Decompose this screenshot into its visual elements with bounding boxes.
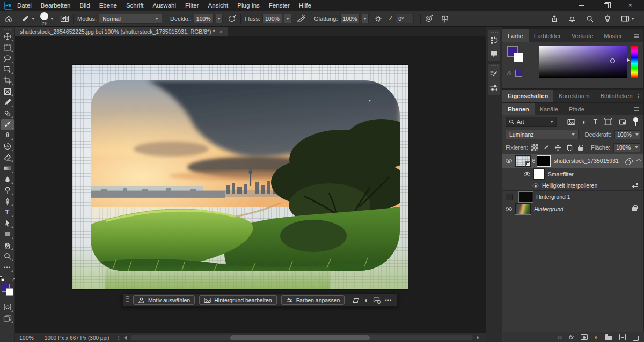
comments-panel-icon[interactable] — [490, 50, 499, 58]
document-close-icon[interactable]: × — [219, 28, 223, 35]
taskbar-more-icon[interactable]: ••• — [385, 298, 392, 303]
tool-blur[interactable] — [1, 174, 14, 185]
tool-pen[interactable] — [1, 196, 14, 207]
status-expand-icon[interactable]: 〉 — [118, 335, 120, 341]
search-icon[interactable] — [586, 14, 594, 23]
pressure-opacity-icon[interactable] — [228, 14, 237, 23]
layer-opacity-value[interactable]: 100% — [614, 130, 634, 139]
tool-lasso[interactable] — [1, 53, 14, 64]
visibility-eye-icon[interactable] — [533, 183, 539, 187]
fill-caret[interactable] — [633, 143, 640, 152]
horizontal-scrollbar[interactable] — [123, 333, 481, 342]
collapse-filters-chevron-icon[interactable] — [636, 159, 641, 163]
dock-grip[interactable] — [491, 32, 498, 33]
glaettung-caret[interactable] — [362, 14, 369, 23]
layer-row-hintergrund[interactable]: Hintergrund — [502, 203, 643, 215]
quick-mask-icon[interactable] — [1, 302, 14, 313]
menu-bild[interactable]: Bild — [79, 2, 90, 9]
tab-muster[interactable]: Muster — [598, 29, 627, 42]
tool-brush[interactable] — [1, 119, 14, 130]
smart-filter-mask-thumbnail[interactable] — [533, 168, 545, 180]
tool-move[interactable] — [1, 31, 14, 42]
blend-mode-select[interactable]: Luminanz — [506, 130, 579, 139]
share-icon[interactable] — [550, 14, 559, 23]
deckkraft-caret[interactable] — [216, 14, 223, 23]
mask-link-icon[interactable] — [532, 159, 535, 163]
color-field-cursor[interactable] — [610, 58, 615, 63]
gamut-warning-swatch[interactable] — [515, 70, 522, 77]
layer-name[interactable]: Hintergrund — [534, 206, 564, 212]
tool-zoom[interactable] — [1, 251, 14, 262]
minimize-icon[interactable] — [579, 5, 584, 6]
smartfilter-label[interactable]: Smartfilter — [548, 171, 574, 177]
menu-ansicht[interactable]: Ansicht — [208, 2, 229, 9]
filter-toggle-switch[interactable] — [633, 117, 638, 126]
airbrush-icon[interactable] — [296, 14, 306, 23]
layer-row-hintergrund-1[interactable]: Hintergrund 1 — [502, 190, 643, 203]
menu-auswahl[interactable]: Auswahl — [153, 2, 176, 9]
add-image-icon[interactable] — [373, 296, 381, 304]
new-layer-icon[interactable] — [619, 334, 626, 340]
tab-farbfelder[interactable]: Farbfelder — [529, 29, 566, 42]
symmetry-butterfly-icon[interactable] — [440, 14, 450, 23]
modus-select[interactable]: Normal — [99, 14, 162, 24]
toggle-brush-settings-panel-icon[interactable] — [60, 14, 69, 23]
tool-eyedropper[interactable] — [1, 97, 14, 108]
smart-object-thumbnail[interactable] — [515, 155, 531, 167]
properties-panel-menu-icon[interactable] — [638, 94, 639, 98]
menu-bearbeiten[interactable]: Bearbeiten — [41, 2, 71, 9]
menu-fenster[interactable]: Fenster — [269, 2, 290, 9]
filter-type-layers-icon[interactable]: T — [594, 118, 597, 125]
tab-kanaele[interactable]: Kanäle — [535, 103, 564, 115]
menu-datei[interactable]: Datei — [17, 2, 32, 9]
tab-eigenschaften[interactable]: Eigenschaften — [502, 90, 553, 102]
tool-gradient[interactable] — [1, 163, 14, 174]
layer-mask-thumbnail[interactable] — [537, 155, 551, 167]
tool-hand[interactable] — [1, 240, 14, 251]
close-window-icon[interactable]: × — [628, 3, 632, 8]
smart-filter-toggle-icon[interactable] — [627, 158, 633, 164]
lock-artboard-icon[interactable] — [566, 144, 573, 151]
visibility-eye-icon[interactable] — [506, 159, 512, 163]
filter-adjustment-layers-icon[interactable]: ◐ — [582, 118, 587, 126]
layer-row-filter-entry[interactable]: Helligkeit interpolieren — [502, 180, 643, 190]
tool-rectangular-marquee[interactable] — [1, 42, 14, 54]
background-thumbnail[interactable] — [515, 203, 531, 214]
menu-schrift[interactable]: Schrift — [126, 2, 144, 9]
scroll-left-icon[interactable] — [124, 336, 127, 340]
tool-path-selection[interactable] — [1, 218, 14, 229]
add-mask-icon[interactable] — [581, 334, 588, 340]
filter-blend-options-icon[interactable] — [632, 184, 638, 187]
discover-lightbulb-icon[interactable] — [603, 14, 612, 23]
tab-ebenen[interactable]: Ebenen — [502, 103, 535, 115]
document-tab[interactable]: shutterstock_2654652225.jpg bei 100% (sh… — [15, 27, 228, 36]
tool-crop[interactable] — [1, 75, 14, 86]
layer-style-fx-icon[interactable]: fx — [569, 334, 574, 340]
panel-menu-icon[interactable] — [634, 34, 639, 38]
lock-transparency-icon[interactable] — [531, 144, 538, 151]
select-subject-button[interactable]: Motiv auswählen — [133, 295, 195, 305]
tab-farbe[interactable]: Farbe — [502, 29, 529, 42]
dock-grip-2[interactable] — [491, 65, 498, 66]
add-adjustment-icon[interactable]: ◐ — [595, 334, 598, 340]
adjust-colors-button[interactable]: Farben anpassen — [281, 295, 345, 305]
hue-slider-marker[interactable] — [627, 58, 630, 62]
menu-hilfe[interactable]: Hilfe — [299, 2, 311, 9]
tab-pfade[interactable]: Pfade — [564, 103, 590, 115]
lock-position-icon[interactable] — [554, 144, 561, 151]
lock-all-icon[interactable] — [578, 147, 583, 151]
tool-eraser[interactable] — [1, 152, 14, 163]
visibility-eye-icon[interactable] — [524, 172, 530, 176]
notifications-bell-icon[interactable] — [568, 14, 576, 23]
background-color-swatch[interactable] — [6, 288, 13, 296]
scroll-right-icon[interactable] — [477, 336, 479, 340]
artwork-photo[interactable] — [91, 80, 400, 271]
layer-opacity-caret[interactable] — [634, 130, 640, 139]
tool-object-selection[interactable] — [1, 64, 14, 76]
layers-panel-menu-icon[interactable] — [634, 107, 639, 111]
layer-name[interactable]: Hintergrund 1 — [536, 194, 570, 200]
screen-mode-icon[interactable] — [1, 313, 14, 324]
toolbar-grip[interactable] — [4, 29, 11, 30]
edit-background-button[interactable]: Hintergrund bearbeiten — [199, 295, 276, 305]
zoom-level-value[interactable]: 100% — [15, 334, 39, 341]
